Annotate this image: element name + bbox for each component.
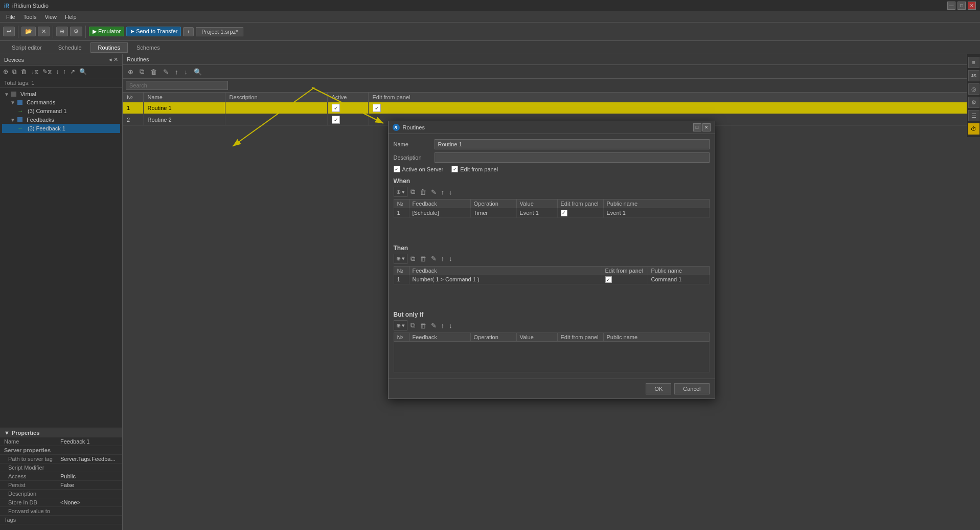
lp-move-down-button[interactable]: ↓ [54,67,60,76]
properties-header[interactable]: ▼ Properties [0,428,122,437]
device-tree: ▼ Virtual ▼ Commands → (3) Command 1 ▼ F… [0,88,122,428]
but-edit-button[interactable]: ✎ [429,320,438,330]
but-copy-button[interactable]: ⧉ [409,320,417,330]
then-up-button[interactable]: ↑ [440,254,446,264]
active-server-checkbox[interactable] [394,166,400,172]
checkboxes-row: Active on Server Edit from panel [394,166,710,172]
undo-button[interactable]: ↩ [3,27,15,36]
when-row-operation: Timer [470,208,516,218]
description-input[interactable] [435,152,710,163]
app-icon: iR [4,3,9,9]
add-dropdown-icon: ▾ [402,189,405,195]
then-delete-button[interactable]: 🗑 [418,254,428,264]
when-up-button[interactable]: ↑ [440,187,446,197]
svg-line-2 [312,87,383,123]
icons-btn[interactable]: ⊕ [56,27,68,36]
tree-item-command1[interactable]: → (3) Command 1 [2,106,120,116]
tab-schemes[interactable]: Schemes [129,42,168,53]
then-copy-button[interactable]: ⧉ [409,254,417,264]
title-bar: iR iRidium Studio — □ ✕ [0,0,980,11]
cancel-button[interactable]: Cancel [674,383,709,394]
but-col-public: Public name [603,333,709,342]
menu-tools[interactable]: Tools [19,13,41,21]
when-col-operation: Operation [470,200,516,208]
emulator-button[interactable]: ▶ Emulator [89,27,124,36]
menu-view[interactable]: View [40,13,61,21]
then-edit-button[interactable]: ✎ [429,254,438,264]
lp-add-button[interactable]: ⊕ [2,67,10,76]
but-only-if-table: № Feedback Operation Value Edit from pan… [394,333,710,372]
devices-collapse-icon[interactable]: ◂ [109,56,112,63]
lp-arrow-button[interactable]: ↗ [69,67,77,76]
name-label: Name [394,141,435,147]
devices-close-icon[interactable]: ✕ [113,56,118,63]
app-title: iRidium Studio [12,3,49,9]
ok-button[interactable]: OK [646,383,671,394]
when-add-button[interactable]: ⊕ ▾ [394,187,407,197]
close-button-tb[interactable]: ✕ [38,27,50,36]
but-up-button[interactable]: ↑ [440,320,446,330]
add-icon3: ⊕ [396,322,401,329]
prop-store-in-db: Store In DB <None> [0,498,122,507]
close-button[interactable]: ✕ [968,2,976,10]
tree-item-feedbacks[interactable]: ▼ Feedbacks [2,116,120,124]
name-input[interactable] [435,139,710,149]
but-only-if-toolbar: ⊕ ▾ ⧉ 🗑 ✎ ↑ ↓ [394,320,710,330]
but-down-button[interactable]: ↓ [447,320,454,330]
when-delete-button[interactable]: 🗑 [418,187,428,197]
menu-file[interactable]: File [2,13,19,21]
when-row[interactable]: 1 [Schedule] Timer Event 1 Event 1 [394,208,709,218]
edit-panel-checkbox-dlg[interactable] [451,166,458,172]
add-icon2: ⊕ [396,255,401,262]
icons-btn2[interactable]: ⚙ [70,27,82,36]
when-edit-button[interactable]: ✎ [429,187,438,197]
tab-routines[interactable]: Routines [90,42,128,53]
active-server-item: Active on Server [394,166,444,172]
maximize-button[interactable]: □ [958,2,966,10]
feedbacks-label: Feedbacks [27,117,54,123]
menu-help[interactable]: Help [61,13,81,21]
lp-move-up-button[interactable]: ↑ [61,67,67,76]
when-row-edit [557,208,603,218]
when-toolbar: ⊕ ▾ ⧉ 🗑 ✎ ↑ ↓ [394,187,710,197]
tree-item-feedback1[interactable]: ← (3) Feedback 1 [2,124,120,133]
lp-delete-button[interactable]: 🗑 [19,67,29,76]
project-tab[interactable]: Project 1.srpz* [196,27,244,36]
description-label: Description [394,154,435,161]
prop-persist: Persist False [0,481,122,490]
dialog-maximize-button[interactable]: □ [693,123,701,131]
when-col-num: № [394,200,409,208]
folder-icon [11,92,16,97]
but-delete-button[interactable]: 🗑 [418,320,428,330]
lp-down-button[interactable]: ↓⧖ [30,67,40,76]
open-button[interactable]: 📂 [21,27,36,36]
when-edit-checkbox[interactable] [561,210,567,216]
then-row-num: 1 [394,275,409,284]
properties-panel: ▼ Properties Name Feedback 1 Server prop… [0,428,122,530]
tab-schedule[interactable]: Schedule [51,42,89,53]
but-add-button[interactable]: ⊕ ▾ [394,320,407,330]
total-tags: Total tags: 1 [0,78,122,88]
left-panel-toolbar: ⊕ ⧉ 🗑 ↓⧖ ✎⧖ ↓ ↑ ↗ 🔍 [0,65,122,78]
lp-copy-button[interactable]: ⧉ [11,67,18,76]
lp-search-button[interactable]: 🔍 [78,67,88,76]
lp-edit-button[interactable]: ✎⧖ [41,67,53,76]
when-copy-button[interactable]: ⧉ [409,187,417,197]
title-bar-controls: — □ ✕ [947,2,976,10]
minimize-button[interactable]: — [947,2,955,10]
separator-1 [18,26,18,38]
then-row[interactable]: 1 Number( 1 > Command 1 ) Command 1 [394,275,709,284]
tab-script-editor[interactable]: Script editor [4,42,50,53]
then-down-button[interactable]: ↓ [447,254,454,264]
project-label: Project 1.srpz* [201,29,238,35]
tree-item-virtual[interactable]: ▼ Virtual [2,90,120,98]
then-edit-checkbox[interactable] [605,276,612,283]
add-tab-button[interactable]: + [183,27,193,36]
dialog-close-button[interactable]: ✕ [702,123,711,131]
send-transfer-button[interactable]: ➤ Send to Transfer [126,27,181,36]
then-add-button[interactable]: ⊕ ▾ [394,254,407,264]
when-row-public: Event 1 [603,208,709,218]
tree-item-commands[interactable]: ▼ Commands [2,98,120,106]
when-down-button[interactable]: ↓ [447,187,454,197]
when-table: № Feedback Operation Value Edit from pan… [394,199,710,218]
